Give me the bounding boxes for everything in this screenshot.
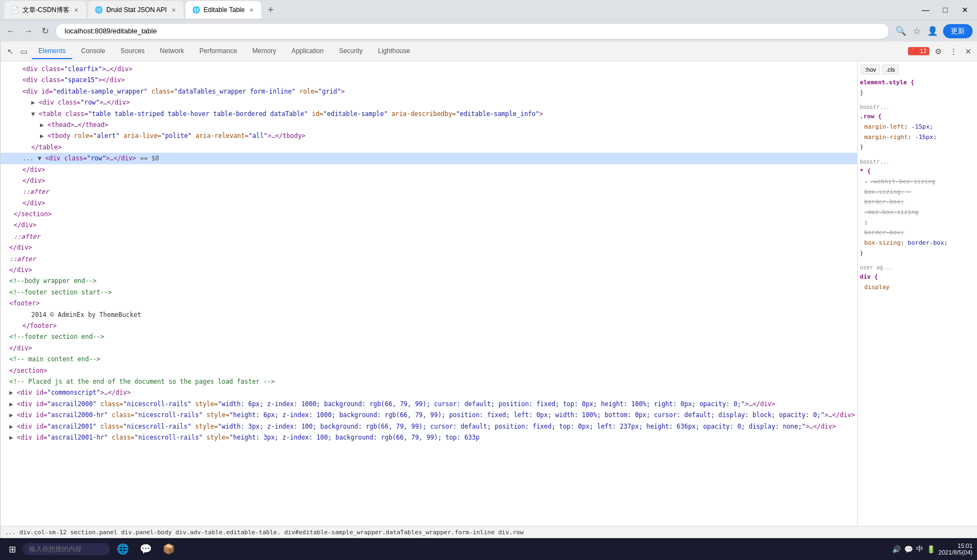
tab-druid[interactable]: 🌐 Druid Stat JSON API ✕ xyxy=(88,1,183,19)
close-button[interactable]: ✕ xyxy=(957,3,973,16)
hov-filter-btn[interactable]: :hov xyxy=(861,65,880,74)
tree-node[interactable]: ▶ <div id="ascrail2001-hr" class="nicesc… xyxy=(1,432,857,443)
tab-close-editable[interactable]: ✕ xyxy=(248,6,255,14)
devtools-tab-application[interactable]: Application xyxy=(285,44,330,59)
devtools-device-icon[interactable]: ▭ xyxy=(18,45,30,58)
tab-label-editable: Editable Table xyxy=(204,6,245,14)
volume-icon[interactable]: 🔊 xyxy=(892,545,901,553)
main-split: 📋 8 ✉ 5 🔔 4 Name Name Points Status Edit xyxy=(0,42,977,538)
tree-node-comment[interactable]: <!-- main content end--> xyxy=(1,354,857,365)
tab-csdn[interactable]: 📄 文章-CSDN博客 ✕ xyxy=(4,1,86,19)
tree-node-comment[interactable]: <!--footer section start--> xyxy=(1,287,857,298)
table-row: Aishmen Samuel 435 superAdmin Edit Delet… xyxy=(1,106,1,132)
devtools-tab-console[interactable]: Console xyxy=(74,44,112,59)
devtools-tab-elements[interactable]: Elements xyxy=(32,44,72,59)
devtools-tab-performance[interactable]: Performance xyxy=(193,44,244,59)
devtools-settings-icon[interactable]: ⚙ xyxy=(933,45,944,58)
tree-node[interactable]: </section> xyxy=(1,209,857,220)
tree-node[interactable]: </table> xyxy=(1,142,857,153)
badge-notifications-3[interactable]: 🔔 4 xyxy=(0,46,1,58)
tree-node[interactable]: </div> xyxy=(1,343,857,354)
tree-node[interactable]: ▶ <thead>…</thead> xyxy=(1,119,857,130)
styles-source-1: boostr... xyxy=(860,102,976,112)
tree-node[interactable]: <div id="editable-sample_wrapper" class=… xyxy=(1,86,857,97)
devtools-right-controls: 🔴 12 ⚙ ⋮ ✕ xyxy=(908,45,974,58)
taskbar-search[interactable] xyxy=(22,543,110,555)
tree-node[interactable]: ▶ <div id="ascrail2000-hr" class="nicesc… xyxy=(1,409,857,420)
tree-node[interactable]: </div> xyxy=(1,264,857,275)
tree-node[interactable]: <div class="clearfix">…</div> xyxy=(1,63,857,74)
battery-icon[interactable]: 🔋 xyxy=(927,545,935,553)
tree-node[interactable]: <footer> xyxy=(1,298,857,309)
tab-label-druid: Druid Stat JSON API xyxy=(106,6,167,14)
tree-node-comment[interactable]: <!-- Placed js at the end of the documen… xyxy=(1,376,857,387)
data-table: Name Name Points Status Edit Delete Aish… xyxy=(0,62,1,201)
browser-titlebar: 📄 文章-CSDN博客 ✕ 🌐 Druid Stat JSON API ✕ 🌐 … xyxy=(0,0,977,20)
table-header: Name Name Points Status Edit Delete xyxy=(1,63,1,80)
table-row: Aishmen Samuel 435 superAdmin Edit Delet… xyxy=(1,132,1,158)
taskbar-app-wechat[interactable]: 💬 xyxy=(135,541,156,557)
tree-node[interactable]: ▶ <div id="commonscript">…</div> xyxy=(1,387,857,398)
taskbar-app-idea[interactable]: 📦 xyxy=(158,541,179,557)
styles-panel: :hov .cls element.style { } boostr... .r… xyxy=(858,61,977,526)
tab-editable[interactable]: 🌐 Editable Table ✕ xyxy=(186,1,261,19)
tree-node[interactable]: <div class="space15"></div> xyxy=(1,74,857,85)
tree-node[interactable]: </section> xyxy=(1,365,857,376)
table-row: Akuman Dareon 987 ipsumedolor Edit Delet… xyxy=(1,158,1,183)
tab-icon-editable: 🌐 xyxy=(192,6,200,14)
update-button[interactable]: 更新 xyxy=(943,24,973,38)
minimize-button[interactable]: — xyxy=(918,3,933,16)
taskbar-right: 🔊 💬 中 🔋 15:01 2021/8/5(04) xyxy=(892,542,973,556)
profile-icon-btn[interactable]: 👤 xyxy=(926,24,940,38)
tree-node[interactable]: ▶ <div id="ascrail2001" class="nicescrol… xyxy=(1,421,857,432)
tree-node-pseudo[interactable]: ::after xyxy=(1,253,857,264)
tree-node-pseudo[interactable]: ::after xyxy=(1,186,857,197)
tree-node[interactable]: ▶ <div class="row">…</div> xyxy=(1,97,857,108)
html-tree[interactable]: <div class="clearfix">…</div> <div class… xyxy=(1,61,858,526)
tree-node[interactable]: ▶ <div id="ascrail2000" class="nicescrol… xyxy=(1,399,857,409)
taskbar-app-ie[interactable]: 🌐 xyxy=(112,541,133,557)
refresh-button[interactable]: ↻ xyxy=(39,24,51,38)
tree-node-comment[interactable]: <!--footer section end--> xyxy=(1,331,857,342)
devtools-panel: ↖ ▭ Elements Console Sources Network Per… xyxy=(1,42,977,538)
devtools-inspect-icon[interactable]: ↖ xyxy=(5,45,16,58)
search-icon-btn[interactable]: 🔍 xyxy=(894,24,908,38)
styles-rule-div: div { display xyxy=(860,272,976,292)
new-tab-button[interactable]: + xyxy=(263,2,278,18)
cell-name1: Aishmen xyxy=(1,106,1,132)
tree-node[interactable]: </div> xyxy=(1,198,857,209)
devtools-tab-network[interactable]: Network xyxy=(153,44,191,59)
tree-node[interactable]: </footer> xyxy=(1,320,857,331)
star-icon-btn[interactable]: ☆ xyxy=(911,24,922,38)
tree-node[interactable]: </div> xyxy=(1,242,857,253)
lang-icon[interactable]: 中 xyxy=(916,544,923,554)
tree-node[interactable]: 2014 © AdminEx by ThemeBucket xyxy=(1,309,857,320)
devtools-more-icon[interactable]: ⋮ xyxy=(947,45,959,58)
tree-node[interactable]: </div> xyxy=(1,220,857,230)
address-bar[interactable]: localhost:8089/editable_table xyxy=(55,23,889,39)
tree-node[interactable]: </div> xyxy=(1,175,857,186)
forward-button[interactable]: → xyxy=(22,24,35,38)
tree-node[interactable]: </div> xyxy=(1,164,857,175)
devtools-tab-lighthouse[interactable]: Lighthouse xyxy=(371,44,417,59)
address-text: localhost:8089/editable_table xyxy=(65,27,157,35)
back-button[interactable]: ← xyxy=(4,24,18,38)
devtools-tab-memory[interactable]: Memory xyxy=(246,44,283,59)
tree-node-selected[interactable]: ... ▼ <div class="row">…</div> == $0 xyxy=(1,153,857,164)
tab-close-csdn[interactable]: ✕ xyxy=(73,6,79,14)
start-button[interactable]: ⊞ xyxy=(4,542,20,557)
clock-time: 15:01 xyxy=(939,542,973,549)
table-footer: Showing 1 to 5 of 28 entries xyxy=(0,201,1,272)
tab-close-druid[interactable]: ✕ xyxy=(170,6,177,14)
tree-node[interactable]: ▶ <tbody role="alert" aria-live="polite"… xyxy=(1,130,857,141)
tree-node-comment[interactable]: <!--body wrapper end--> xyxy=(1,275,857,286)
devtools-tab-sources[interactable]: Sources xyxy=(114,44,151,59)
devtools-tab-security[interactable]: Security xyxy=(332,44,369,59)
styles-rule-element: element.style { } xyxy=(860,78,976,98)
devtools-close-icon[interactable]: ✕ xyxy=(963,45,974,58)
tree-node-pseudo[interactable]: ::after xyxy=(1,231,857,242)
cls-filter-btn[interactable]: .cls xyxy=(882,65,899,74)
maximize-button[interactable]: □ xyxy=(938,3,953,16)
tree-node[interactable]: ▼ <table class="table table-striped tabl… xyxy=(1,108,857,119)
chat-icon[interactable]: 💬 xyxy=(904,545,913,553)
